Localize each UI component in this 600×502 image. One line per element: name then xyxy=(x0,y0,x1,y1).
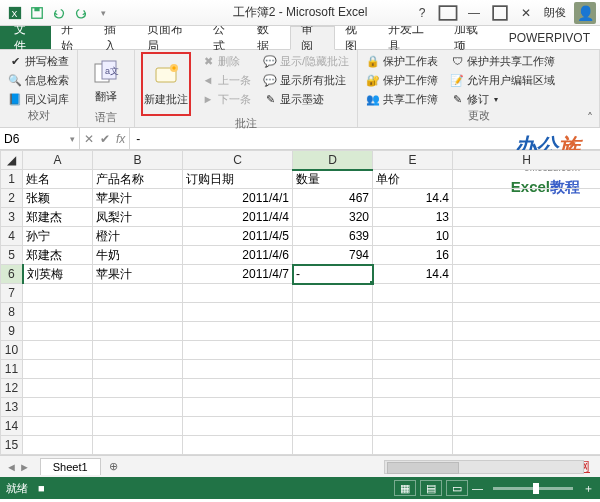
sheet-tab[interactable]: Sheet1 xyxy=(40,458,101,475)
cell[interactable] xyxy=(23,417,93,436)
cell[interactable] xyxy=(453,208,601,227)
cell[interactable] xyxy=(93,303,183,322)
cell[interactable] xyxy=(183,398,293,417)
cell[interactable] xyxy=(293,398,373,417)
cell[interactable] xyxy=(23,379,93,398)
cell[interactable]: 14.4 xyxy=(373,265,453,284)
view-page-break-icon[interactable]: ▭ xyxy=(446,480,468,496)
cell[interactable] xyxy=(453,227,601,246)
cell[interactable]: 2011/4/1 xyxy=(183,189,293,208)
cell[interactable] xyxy=(453,417,601,436)
cell[interactable] xyxy=(453,379,601,398)
cell[interactable]: 2011/4/4 xyxy=(183,208,293,227)
cell[interactable] xyxy=(93,436,183,455)
cell[interactable]: 320 xyxy=(293,208,373,227)
cell[interactable] xyxy=(183,322,293,341)
cell[interactable] xyxy=(373,436,453,455)
col-header-d[interactable]: D xyxy=(293,151,373,170)
cell[interactable] xyxy=(453,360,601,379)
tab-home[interactable]: 开始 xyxy=(51,26,94,49)
cell[interactable]: 单价 xyxy=(373,170,453,189)
cell[interactable] xyxy=(373,341,453,360)
thesaurus-button[interactable]: 📘同义词库 xyxy=(6,90,71,108)
cell[interactable] xyxy=(373,284,453,303)
cell[interactable] xyxy=(23,303,93,322)
row-header[interactable]: 1 xyxy=(1,170,23,189)
row-header[interactable]: 9 xyxy=(1,322,23,341)
cell[interactable] xyxy=(293,360,373,379)
cell[interactable]: 张颖 xyxy=(23,189,93,208)
cell[interactable] xyxy=(183,360,293,379)
new-sheet-button[interactable]: ⊕ xyxy=(105,460,123,473)
spreadsheet-grid[interactable]: ◢ A B C D E H 1 姓名 产品名称 订购日期 数量 单价 2 张颖 … xyxy=(0,150,600,455)
show-all-comments-button[interactable]: 💬显示所有批注 xyxy=(261,71,351,89)
research-button[interactable]: 🔍信息检索 xyxy=(6,71,71,89)
name-box-dropdown-icon[interactable]: ▾ xyxy=(70,134,75,144)
macro-record-icon[interactable]: ■ xyxy=(38,482,45,494)
cell[interactable] xyxy=(453,322,601,341)
qat-dropdown-icon[interactable]: ▾ xyxy=(94,4,112,22)
cell[interactable] xyxy=(293,417,373,436)
cell[interactable] xyxy=(93,417,183,436)
cell[interactable] xyxy=(93,398,183,417)
cell[interactable]: 郑建杰 xyxy=(23,246,93,265)
cell[interactable]: 2011/4/7 xyxy=(183,265,293,284)
cell[interactable] xyxy=(373,379,453,398)
cell[interactable] xyxy=(373,360,453,379)
collapse-ribbon-icon[interactable]: ˄ xyxy=(582,111,598,125)
name-box[interactable]: D6 ▾ xyxy=(0,128,80,149)
spellcheck-button[interactable]: ✔拼写检查 xyxy=(6,52,71,70)
cell[interactable] xyxy=(183,341,293,360)
cell[interactable] xyxy=(453,265,601,284)
tab-addins[interactable]: 加载项 xyxy=(444,26,499,49)
cell[interactable] xyxy=(453,170,601,189)
cell[interactable] xyxy=(93,322,183,341)
zoom-in-button[interactable]: ＋ xyxy=(583,481,594,496)
row-header[interactable]: 5 xyxy=(1,246,23,265)
avatar[interactable]: 👤 xyxy=(574,2,596,24)
row-header[interactable]: 4 xyxy=(1,227,23,246)
protect-sheet-button[interactable]: 🔒保护工作表 xyxy=(364,52,440,70)
cell[interactable]: 639 xyxy=(293,227,373,246)
cell[interactable] xyxy=(93,379,183,398)
excel-icon[interactable]: X xyxy=(6,4,24,22)
tab-insert[interactable]: 插入 xyxy=(94,26,137,49)
zoom-slider[interactable] xyxy=(493,487,573,490)
cell[interactable] xyxy=(373,303,453,322)
help-icon[interactable]: ? xyxy=(410,4,434,22)
save-icon[interactable] xyxy=(28,4,46,22)
row-header[interactable]: 10 xyxy=(1,341,23,360)
cell[interactable]: 产品名称 xyxy=(93,170,183,189)
row-header[interactable]: 2 xyxy=(1,189,23,208)
track-changes-button[interactable]: ✎修订▾ xyxy=(448,90,557,108)
protect-share-button[interactable]: 🛡保护并共享工作簿 xyxy=(448,52,557,70)
fx-icon[interactable]: fx xyxy=(116,132,125,146)
cell[interactable]: 10 xyxy=(373,227,453,246)
cell[interactable] xyxy=(293,322,373,341)
new-comment-button[interactable]: 新建批注 xyxy=(144,55,188,113)
cell[interactable]: 郑建杰 xyxy=(23,208,93,227)
translate-button[interactable]: a文 翻译 xyxy=(84,52,128,110)
cell[interactable]: 订购日期 xyxy=(183,170,293,189)
view-normal-icon[interactable]: ▦ xyxy=(394,480,416,496)
cell[interactable] xyxy=(293,436,373,455)
cell[interactable] xyxy=(23,398,93,417)
close-icon[interactable]: ✕ xyxy=(514,4,538,22)
cell[interactable] xyxy=(23,360,93,379)
cell[interactable] xyxy=(183,303,293,322)
cell[interactable] xyxy=(23,436,93,455)
tab-developer[interactable]: 开发工具 xyxy=(378,26,444,49)
row-header[interactable]: 12 xyxy=(1,379,23,398)
cell[interactable]: 橙汁 xyxy=(93,227,183,246)
cell[interactable]: 14.4 xyxy=(373,189,453,208)
col-header-b[interactable]: B xyxy=(93,151,183,170)
maximize-icon[interactable] xyxy=(488,4,512,22)
cell[interactable]: 刘英梅 xyxy=(23,265,93,284)
row-header[interactable]: 6 xyxy=(1,265,23,284)
cell[interactable]: 13 xyxy=(373,208,453,227)
sheet-nav-next-icon[interactable]: ► xyxy=(19,461,30,473)
next-comment-button[interactable]: ►下一条 xyxy=(199,90,253,108)
show-hide-comment-button[interactable]: 💬显示/隐藏批注 xyxy=(261,52,351,70)
col-header-c[interactable]: C xyxy=(183,151,293,170)
zoom-out-button[interactable]: ― xyxy=(472,482,483,494)
